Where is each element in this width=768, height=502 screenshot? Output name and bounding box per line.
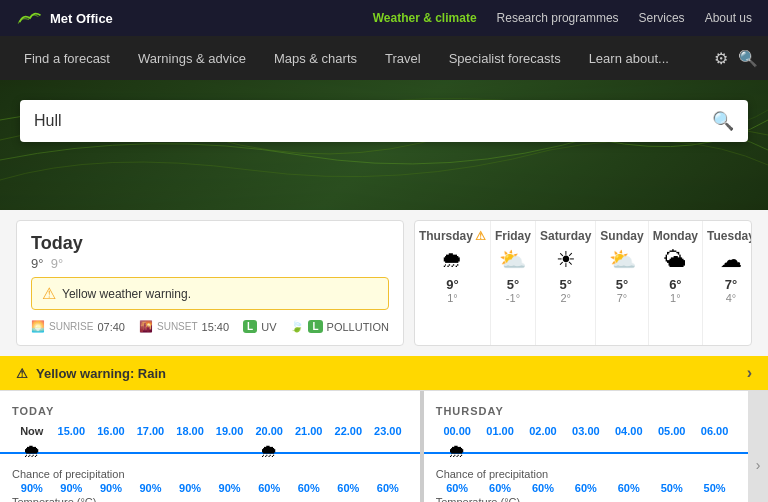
hourly-container: TODAY Now15.0016.0017.0018.0019.0020.002… xyxy=(0,390,768,502)
search-input[interactable] xyxy=(34,112,712,130)
hourly-today-times: Now15.0016.0017.0018.0019.0020.0021.0022… xyxy=(0,425,420,437)
forecast-day-name: Saturday xyxy=(540,229,591,243)
forecast-day-thursday[interactable]: Thursday ⚠ 🌧 9° 1° xyxy=(415,221,491,345)
today-time-0: Now xyxy=(12,425,52,437)
today-time-9: 23.00 xyxy=(368,425,408,437)
today-warning-box[interactable]: ⚠ Yellow weather warning. xyxy=(31,277,389,310)
forecast-day-icon: ⛅ xyxy=(600,247,643,273)
warning-banner-arrow-icon: › xyxy=(747,364,752,382)
warning-banner[interactable]: ⚠ Yellow warning: Rain › xyxy=(0,356,768,390)
thu-time-6: 06.00 xyxy=(693,425,736,437)
forecast-day-hi: 7° xyxy=(707,277,752,292)
hourly-progress-line xyxy=(0,452,420,454)
forecast-day-lo: 1° xyxy=(653,292,698,304)
today-card: Today 9° 9° ⚠ Yellow weather warning. 🌅 … xyxy=(16,220,404,346)
today-icon-6: 🌧 xyxy=(249,441,289,462)
forecast-day-hi: 5° xyxy=(600,277,643,292)
forecast-day-tuesday[interactable]: Tuesday ☁ 7° 4° xyxy=(703,221,752,345)
logo-text: Met Office xyxy=(50,11,113,26)
sunrise-time: 07:40 xyxy=(97,321,125,333)
today-time-6: 20.00 xyxy=(249,425,289,437)
thu-time-3: 03.00 xyxy=(564,425,607,437)
top-link-weather[interactable]: Weather & climate xyxy=(373,11,477,25)
today-time-1: 15.00 xyxy=(52,425,92,437)
forecast-day-saturday[interactable]: Saturday ☀ 5° 2° xyxy=(536,221,596,345)
today-precip-7: 60% xyxy=(289,482,329,494)
thu-precip-row: 60%60%60%60%60%50%50% xyxy=(424,482,748,494)
sunset-item: 🌇 SUNSET 15:40 xyxy=(139,320,229,333)
today-warning-text: Yellow weather warning. xyxy=(62,287,191,301)
top-link-research[interactable]: Research programmes xyxy=(497,11,619,25)
forecast-day-monday[interactable]: Monday 🌥 6° 1° xyxy=(649,221,703,345)
today-precip-5: 90% xyxy=(210,482,250,494)
forecast-day-hi: 5° xyxy=(495,277,531,292)
search-icon[interactable]: 🔍 xyxy=(738,49,758,68)
forecast-day-lo: 7° xyxy=(600,292,643,304)
scroll-right-button[interactable]: › xyxy=(748,391,768,502)
forecast-day-icon: 🌧 xyxy=(419,247,486,273)
hourly-today-panel: TODAY Now15.0016.0017.0018.0019.0020.002… xyxy=(0,391,422,502)
today-precip-label: Chance of precipitation xyxy=(0,466,420,482)
today-temp-label: Temperature (°C) xyxy=(0,494,420,502)
top-link-about[interactable]: About us xyxy=(705,11,752,25)
today-time-5: 19.00 xyxy=(210,425,250,437)
thu-precip-0: 60% xyxy=(436,482,479,494)
forecast-day-sunday[interactable]: Sunday ⛅ 5° 7° xyxy=(596,221,648,345)
main-nav-links: Find a forecast Warnings & advice Maps &… xyxy=(10,36,714,80)
today-precip-3: 90% xyxy=(131,482,171,494)
hero: 🔍 xyxy=(0,80,768,210)
today-temp: 9° 9° xyxy=(31,256,389,271)
nav-maps[interactable]: Maps & charts xyxy=(260,36,371,80)
forecast-day-name: Sunday xyxy=(600,229,643,243)
thu-precip-3: 60% xyxy=(564,482,607,494)
hourly-thursday-label: THURSDAY xyxy=(424,401,748,425)
sun-info: 🌅 SUNRISE 07:40 🌇 SUNSET 15:40 L UV 🍃 L … xyxy=(31,320,389,333)
today-precip-6: 60% xyxy=(249,482,289,494)
sunset-label: SUNSET xyxy=(157,321,198,332)
search-submit-icon[interactable]: 🔍 xyxy=(712,110,734,132)
today-time-7: 21.00 xyxy=(289,425,329,437)
warning-banner-text: Yellow warning: Rain xyxy=(36,366,166,381)
top-link-services[interactable]: Services xyxy=(639,11,685,25)
forecast-day-lo: 1° xyxy=(419,292,486,304)
today-time-2: 16.00 xyxy=(91,425,131,437)
thu-time-1: 01.00 xyxy=(479,425,522,437)
nav-warnings[interactable]: Warnings & advice xyxy=(124,36,260,80)
forecast-day-name: Thursday ⚠ xyxy=(419,229,486,243)
pollution-label: POLLUTION xyxy=(327,321,389,333)
logo: Met Office xyxy=(16,8,113,28)
sunrise-label: SUNRISE xyxy=(49,321,93,332)
top-bar-links: Weather & climate Research programmes Se… xyxy=(373,11,752,25)
forecast-day-name: Friday xyxy=(495,229,531,243)
settings-icon[interactable]: ⚙ xyxy=(714,49,728,68)
nav-find-forecast[interactable]: Find a forecast xyxy=(10,36,124,80)
today-precip-2: 90% xyxy=(91,482,131,494)
today-precip-8: 60% xyxy=(329,482,369,494)
forecast-day-lo: -1° xyxy=(495,292,531,304)
thu-precip-label: Chance of precipitation xyxy=(424,466,748,482)
thu-precip-5: 50% xyxy=(650,482,693,494)
thu-icon-0: 🌧 xyxy=(436,441,479,462)
forecast-day-hi: 9° xyxy=(419,277,486,292)
forecast-day-friday[interactable]: Friday ⛅ 5° -1° xyxy=(491,221,536,345)
uv-label: UV xyxy=(261,321,276,333)
today-precip-0: 90% xyxy=(12,482,52,494)
thu-temp-label: Temperature (°C) xyxy=(424,494,748,502)
thu-time-5: 05.00 xyxy=(650,425,693,437)
sunset-icon: 🌇 xyxy=(139,320,153,333)
warning-banner-icon: ⚠ xyxy=(16,366,28,381)
pollution-icon: 🍃 xyxy=(290,320,304,333)
nav-specialist[interactable]: Specialist forecasts xyxy=(435,36,575,80)
forecast-day-name: Tuesday xyxy=(707,229,752,243)
uv-item: L UV xyxy=(243,320,276,333)
search-bar: 🔍 xyxy=(20,100,748,142)
warning-triangle-icon: ⚠ xyxy=(42,284,56,303)
forecast-days: Thursday ⚠ 🌧 9° 1° Friday ⛅ 5° -1° Satur… xyxy=(414,220,752,346)
today-time-8: 22.00 xyxy=(329,425,369,437)
nav-learn[interactable]: Learn about... xyxy=(575,36,683,80)
thu-time-4: 04.00 xyxy=(607,425,650,437)
thu-precip-4: 60% xyxy=(607,482,650,494)
hourly-thursday-icons: 🌧 xyxy=(424,437,748,466)
nav-travel[interactable]: Travel xyxy=(371,36,435,80)
thu-time-0: 00.00 xyxy=(436,425,479,437)
